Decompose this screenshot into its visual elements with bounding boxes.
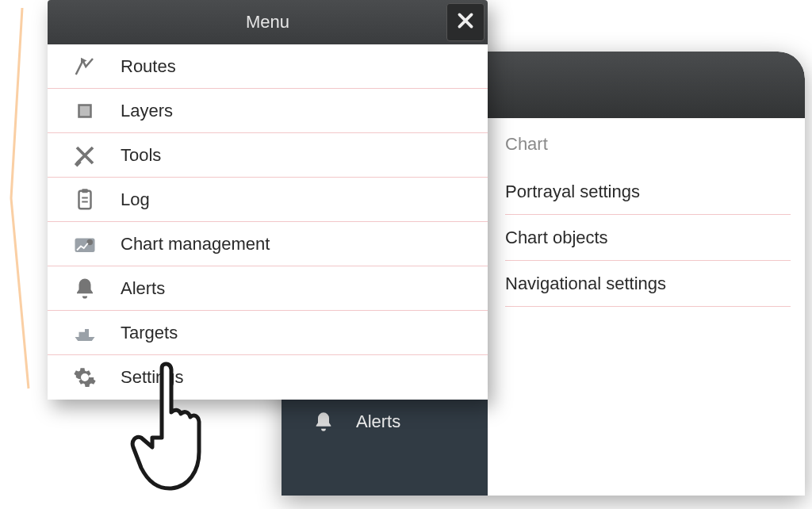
detail-item-label: Chart objects (505, 228, 608, 248)
menu-titlebar: Menu (48, 0, 488, 44)
menu-item-chart-management[interactable]: Chart management (48, 222, 488, 266)
page-edge-decor (0, 0, 35, 396)
settings-detail-header: Chart (505, 129, 791, 169)
settings-icon (71, 364, 98, 391)
detail-item-label: Navigational settings (505, 274, 666, 294)
menu-item-label: Targets (121, 323, 178, 343)
settings-detail-pane: Chart Portrayal settings Chart objects N… (488, 118, 805, 496)
settings-detail-item-portrayal[interactable]: Portrayal settings (505, 169, 791, 215)
tools-icon (71, 142, 98, 169)
layers-icon (71, 98, 98, 124)
menu-item-alerts[interactable]: Alerts (48, 266, 488, 311)
menu-item-label: Routes (121, 56, 176, 77)
alerts-icon (312, 410, 335, 434)
menu-item-label: Log (121, 189, 150, 210)
menu-title: Menu (246, 12, 289, 33)
menu-item-label: Tools (121, 145, 161, 166)
menu-item-settings[interactable]: Settings (48, 355, 488, 400)
close-icon (455, 10, 476, 34)
main-menu-panel: Menu Routes Layers Tools (48, 0, 488, 400)
menu-item-label: Alerts (121, 278, 165, 299)
menu-item-log[interactable]: Log (48, 178, 488, 222)
menu-list: Routes Layers Tools Log Chart management (48, 44, 488, 400)
settings-detail-item-navigational[interactable]: Navigational settings (505, 261, 791, 307)
pointer-hand-icon (128, 360, 208, 495)
menu-item-routes[interactable]: Routes (48, 44, 488, 89)
menu-item-targets[interactable]: Targets (48, 311, 488, 355)
menu-item-layers[interactable]: Layers (48, 89, 488, 133)
settings-category-label: Alerts (356, 411, 400, 432)
alerts-icon (71, 275, 98, 302)
routes-icon (71, 53, 98, 80)
settings-detail-item-chart-objects[interactable]: Chart objects (505, 215, 791, 261)
chart-management-icon (71, 231, 98, 258)
svg-rect-9 (79, 190, 91, 209)
detail-item-label: Portrayal settings (505, 182, 640, 202)
log-icon (71, 186, 98, 213)
targets-icon (71, 320, 98, 346)
svg-rect-10 (82, 189, 88, 193)
menu-item-label: Layers (121, 101, 173, 121)
close-button[interactable] (446, 3, 485, 41)
menu-item-label: Chart management (121, 234, 270, 254)
svg-rect-7 (80, 105, 90, 116)
settings-category-alerts[interactable]: Alerts (282, 399, 488, 445)
menu-item-tools[interactable]: Tools (48, 133, 488, 178)
